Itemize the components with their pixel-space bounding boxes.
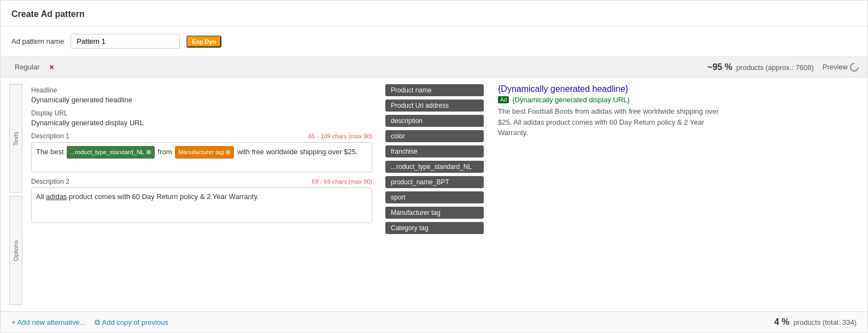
- desc2-text-part1: All: [36, 192, 46, 201]
- desc1-tag1[interactable]: ...roduct_type_standard_NL⊗: [67, 146, 155, 159]
- bottom-percent: 4 %: [775, 317, 790, 326]
- tag-franchise[interactable]: franchise: [385, 145, 484, 157]
- desc1-tag2-remove[interactable]: ⊗: [225, 147, 231, 157]
- tag-product-url[interactable]: Product Url address: [385, 100, 484, 112]
- desc1-text-after: with free worldwide shipping over $25.: [235, 148, 357, 156]
- tag-manufacturer-tag[interactable]: Manufacturer tag: [385, 207, 484, 219]
- ad-badge: Ad: [498, 96, 509, 103]
- tab-close-icon[interactable]: ×: [50, 63, 54, 72]
- desc1-label: Description 1: [31, 132, 69, 140]
- options-tab[interactable]: Options: [9, 196, 22, 305]
- exp-dyn-button[interactable]: Exp Dyn: [186, 36, 221, 48]
- headline-label: Headline: [31, 86, 372, 94]
- desc1-tag2[interactable]: Manufacturer tag⊗: [175, 146, 234, 159]
- desc2-block[interactable]: All adidas product comes with 60 Day Ret…: [31, 188, 372, 223]
- ad-pattern-label: Ad pattern name: [11, 37, 64, 45]
- tag-product-name[interactable]: Product name: [385, 84, 484, 96]
- desc1-text-before: The best: [36, 148, 66, 156]
- preview-description: The best Football Boots from adidas with…: [498, 106, 728, 138]
- preview-label: Preview: [823, 63, 848, 71]
- page-title: Create Ad pattern: [11, 9, 857, 19]
- desc2-text-underlined: adidas: [46, 192, 67, 201]
- headline-value: Dynamically generated headline: [31, 96, 372, 104]
- display-url-label: Display URL: [31, 109, 372, 117]
- desc1-char-count: 65 - 109 chars (max 90): [308, 133, 372, 139]
- tag-roduct-type[interactable]: ...roduct_type_standard_NL: [385, 161, 484, 173]
- desc1-block[interactable]: The best ...roduct_type_standard_NL⊗ fro…: [31, 142, 372, 172]
- texts-tab[interactable]: Texts: [9, 84, 22, 193]
- refresh-icon: [848, 61, 861, 73]
- tag-color[interactable]: color: [385, 130, 484, 142]
- products-percent: ~95 %: [707, 62, 732, 72]
- products-approx-label: products (approx.: 7608): [736, 63, 814, 72]
- copy-icon: ⧉: [95, 318, 100, 327]
- ad-pattern-input[interactable]: [71, 34, 180, 49]
- tab-regular[interactable]: Regular: [9, 59, 45, 75]
- preview-headline[interactable]: {Dynamically generated headline}: [498, 84, 859, 94]
- tags-panel: Product name Product Url address descrip…: [385, 84, 484, 305]
- desc1-tag1-remove[interactable]: ⊗: [146, 147, 151, 157]
- bottom-total: products (total: 334): [793, 318, 857, 326]
- desc2-label: Description 2: [31, 178, 69, 185]
- tag-category-tag[interactable]: Category tag: [385, 222, 484, 234]
- add-new-alternative-button[interactable]: + Add new alternative...: [11, 318, 86, 326]
- desc2-char-count: 69 - 69 chars (max 90): [312, 178, 372, 185]
- desc2-text-part2: product comes with 60 Day Return policy …: [67, 192, 259, 201]
- products-approx: ~95 % products (approx.: 7608): [707, 62, 814, 72]
- bottom-stats: 4 % products (total: 334): [775, 317, 857, 327]
- preview-panel: {Dynamically generated headline} Ad {Dyn…: [492, 84, 859, 305]
- desc1-text-middle: from: [156, 148, 174, 156]
- preview-button[interactable]: Preview: [823, 63, 859, 72]
- display-url-value: Dynamically generated display URL: [31, 119, 372, 127]
- preview-url: {Dynamically generated display URL}: [512, 96, 630, 104]
- tag-product-name-bpt[interactable]: product_name_BPT: [385, 176, 484, 188]
- tag-sport[interactable]: sport: [385, 191, 484, 203]
- add-copy-previous-button[interactable]: ⧉ Add copy of previous: [95, 318, 168, 327]
- tag-description[interactable]: description: [385, 115, 484, 127]
